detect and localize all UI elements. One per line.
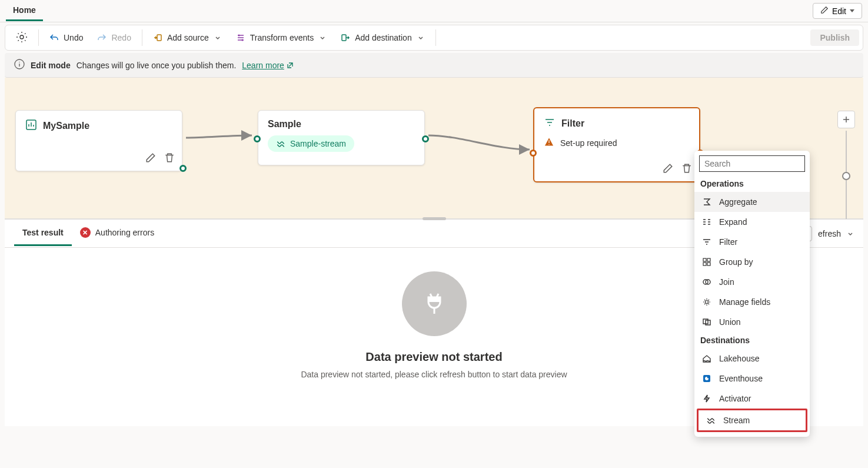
node-mysample[interactable]: MySample	[15, 110, 182, 171]
dest-lakehouse[interactable]: Lakehouse	[694, 348, 810, 369]
chevron-down-icon	[417, 34, 425, 42]
svg-point-15	[706, 301, 709, 304]
warning-icon	[544, 137, 554, 149]
popover-search	[699, 155, 805, 172]
svg-point-8	[433, 303, 436, 306]
undo-icon	[49, 33, 59, 42]
input-port[interactable]	[530, 150, 537, 157]
op-groupby[interactable]: Group by	[694, 252, 810, 272]
node-filter[interactable]: Filter Set-up required	[533, 107, 700, 182]
info-bar: Edit mode Changes will go live once you …	[5, 53, 863, 78]
svg-point-3	[241, 39, 243, 41]
dest-activator[interactable]: Activator	[694, 389, 810, 409]
zoom-control	[837, 111, 855, 221]
group-icon	[701, 257, 712, 267]
add-destination-icon	[341, 33, 350, 42]
filter-icon	[701, 237, 712, 247]
dest-stream[interactable]: Stream	[697, 409, 807, 432]
chevron-down-icon	[847, 230, 854, 237]
stream-chip[interactable]: Sample-stream	[268, 135, 354, 152]
external-link-icon	[287, 62, 294, 69]
op-managefields[interactable]: Manage fields	[694, 292, 810, 312]
add-destination-button[interactable]: Add destination	[334, 29, 432, 46]
node-filter-title: Filter	[561, 118, 584, 129]
svg-rect-1	[157, 35, 161, 41]
svg-point-20	[707, 377, 709, 379]
tab-authoring-errors[interactable]: ✕ Authoring errors	[72, 220, 162, 247]
zoom-slider[interactable]	[846, 131, 847, 219]
svg-rect-9	[703, 258, 706, 261]
edit-button[interactable]: Edit	[813, 3, 862, 19]
learn-more-link[interactable]: Learn more	[242, 61, 294, 70]
caret-down-icon	[850, 9, 854, 12]
svg-point-0	[20, 35, 24, 39]
pencil-icon	[820, 6, 829, 16]
undo-label: Undo	[64, 33, 83, 42]
transform-events-button[interactable]: Transform events	[229, 29, 334, 46]
op-join[interactable]: Join	[694, 272, 810, 292]
add-source-label: Add source	[167, 33, 209, 42]
preview-heading: Data preview not started	[365, 350, 502, 364]
dest-eventhouse[interactable]: Eventhouse	[694, 369, 810, 389]
op-filter[interactable]: Filter	[694, 232, 810, 252]
svg-rect-12	[707, 263, 710, 265]
add-source-button[interactable]: Add source	[146, 29, 229, 46]
info-icon	[14, 59, 25, 71]
redo-label: Redo	[111, 33, 131, 42]
op-union[interactable]: Union	[694, 312, 810, 332]
op-aggregate[interactable]: Aggregate	[694, 192, 810, 212]
preview-subtext: Data preview not started, please click r…	[301, 370, 567, 379]
sigma-icon	[701, 197, 712, 207]
undo-button[interactable]: Undo	[42, 29, 90, 46]
zoom-in-button[interactable]	[837, 111, 855, 128]
settings-button[interactable]	[9, 28, 35, 48]
node-sample[interactable]: Sample Sample-stream	[258, 110, 425, 165]
delete-node-button[interactable]	[162, 150, 177, 167]
filter-icon	[544, 117, 556, 131]
activator-icon	[701, 393, 712, 404]
authoring-errors-label: Authoring errors	[95, 228, 154, 237]
svg-rect-7	[428, 297, 440, 302]
stream-chip-label: Sample-stream	[290, 139, 346, 148]
lakehouse-icon	[701, 353, 712, 364]
publish-button: Publish	[810, 29, 859, 46]
transform-icon	[236, 33, 245, 42]
learn-more-label: Learn more	[242, 61, 284, 70]
output-port[interactable]	[422, 135, 429, 142]
connector	[425, 131, 537, 160]
tab-test-result[interactable]: Test result	[14, 221, 72, 246]
connector	[182, 131, 259, 142]
plug-icon	[402, 271, 467, 336]
edit-mode-message: Changes will go live once you publish th…	[77, 61, 237, 70]
delete-node-button[interactable]	[679, 161, 694, 178]
section-destinations: Destinations	[694, 332, 810, 348]
input-port[interactable]	[254, 135, 261, 142]
redo-button: Redo	[90, 29, 138, 46]
edit-node-button[interactable]	[143, 150, 158, 167]
add-menu-popover: Operations Aggregate Expand Filter Group…	[694, 151, 810, 437]
edit-node-button[interactable]	[660, 161, 676, 178]
add-destination-label: Add destination	[355, 33, 412, 42]
svg-point-2	[238, 35, 240, 36]
chevron-down-icon	[318, 34, 327, 42]
expand-icon	[701, 217, 712, 227]
chevron-down-icon	[214, 34, 222, 42]
node-mysample-title: MySample	[43, 121, 89, 131]
setup-required-label: Set-up required	[560, 138, 617, 148]
tab-row: Home Edit	[0, 0, 868, 22]
error-icon: ✕	[80, 227, 91, 238]
stream-icon	[276, 139, 285, 148]
redo-icon	[97, 33, 107, 42]
tab-home[interactable]: Home	[6, 1, 43, 21]
gear-icon	[16, 31, 28, 45]
zoom-thumb[interactable]	[842, 172, 850, 180]
svg-rect-11	[703, 263, 706, 265]
refresh-button[interactable]: efresh	[818, 229, 854, 238]
search-input[interactable]	[699, 155, 805, 172]
section-operations: Operations	[694, 175, 810, 192]
op-expand[interactable]: Expand	[694, 212, 810, 232]
output-port[interactable]	[179, 165, 187, 172]
transform-label: Transform events	[250, 33, 314, 42]
gear-icon	[701, 297, 712, 307]
resize-handle[interactable]	[423, 217, 446, 220]
